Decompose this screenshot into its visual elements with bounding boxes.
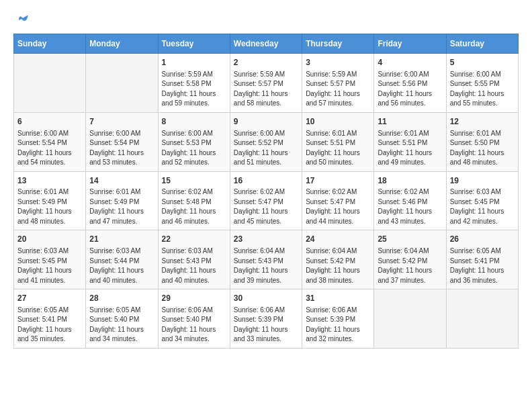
day-info: Sunrise: 6:05 AM Sunset: 5:40 PM Dayligh… bbox=[89, 306, 154, 345]
day-info: Sunrise: 6:02 AM Sunset: 5:47 PM Dayligh… bbox=[306, 187, 370, 226]
day-number: 4 bbox=[378, 57, 442, 68]
day-info: Sunrise: 6:06 AM Sunset: 5:39 PM Dayligh… bbox=[306, 306, 370, 345]
calendar-cell: 29Sunrise: 6:06 AM Sunset: 5:40 PM Dayli… bbox=[158, 289, 230, 349]
logo bbox=[13, 13, 30, 27]
day-info: Sunrise: 6:06 AM Sunset: 5:40 PM Dayligh… bbox=[162, 306, 226, 345]
day-info: Sunrise: 5:59 AM Sunset: 5:58 PM Dayligh… bbox=[162, 70, 226, 109]
logo-bird-icon bbox=[16, 13, 30, 27]
day-info: Sunrise: 6:01 AM Sunset: 5:49 PM Dayligh… bbox=[89, 187, 154, 226]
day-info: Sunrise: 6:02 AM Sunset: 5:48 PM Dayligh… bbox=[162, 187, 226, 226]
day-number: 30 bbox=[234, 293, 298, 304]
calendar-cell: 28Sunrise: 6:05 AM Sunset: 5:40 PM Dayli… bbox=[86, 289, 158, 349]
calendar-cell: 4Sunrise: 6:00 AM Sunset: 5:56 PM Daylig… bbox=[374, 54, 446, 113]
calendar-cell: 21Sunrise: 6:03 AM Sunset: 5:44 PM Dayli… bbox=[86, 230, 158, 289]
day-number: 1 bbox=[162, 57, 226, 68]
calendar-cell bbox=[374, 289, 446, 349]
calendar-cell: 12Sunrise: 6:01 AM Sunset: 5:50 PM Dayli… bbox=[446, 112, 518, 171]
day-number: 29 bbox=[162, 293, 226, 304]
day-info: Sunrise: 6:03 AM Sunset: 5:43 PM Dayligh… bbox=[162, 246, 226, 285]
weekday-header: Friday bbox=[374, 34, 446, 54]
calendar-cell: 19Sunrise: 6:03 AM Sunset: 5:45 PM Dayli… bbox=[446, 171, 518, 230]
day-info: Sunrise: 6:00 AM Sunset: 5:53 PM Dayligh… bbox=[162, 129, 226, 168]
day-number: 31 bbox=[306, 293, 370, 304]
calendar-cell: 5Sunrise: 6:00 AM Sunset: 5:55 PM Daylig… bbox=[446, 54, 518, 113]
calendar-cell: 30Sunrise: 6:06 AM Sunset: 5:39 PM Dayli… bbox=[230, 289, 302, 349]
calendar-week-row: 13Sunrise: 6:01 AM Sunset: 5:49 PM Dayli… bbox=[14, 171, 519, 230]
day-number: 20 bbox=[17, 234, 82, 245]
calendar-cell: 25Sunrise: 6:04 AM Sunset: 5:42 PM Dayli… bbox=[374, 230, 446, 289]
day-number: 8 bbox=[162, 116, 226, 128]
calendar-cell: 20Sunrise: 6:03 AM Sunset: 5:45 PM Dayli… bbox=[14, 230, 86, 289]
calendar-cell: 14Sunrise: 6:01 AM Sunset: 5:49 PM Dayli… bbox=[86, 171, 158, 230]
calendar-cell: 16Sunrise: 6:02 AM Sunset: 5:47 PM Dayli… bbox=[230, 171, 302, 230]
day-number: 28 bbox=[89, 293, 154, 304]
calendar-week-row: 27Sunrise: 6:05 AM Sunset: 5:41 PM Dayli… bbox=[14, 289, 519, 349]
calendar-cell: 8Sunrise: 6:00 AM Sunset: 5:53 PM Daylig… bbox=[158, 112, 230, 171]
day-info: Sunrise: 6:04 AM Sunset: 5:42 PM Dayligh… bbox=[306, 246, 370, 285]
day-info: Sunrise: 6:03 AM Sunset: 5:44 PM Dayligh… bbox=[89, 246, 154, 285]
day-number: 9 bbox=[234, 116, 298, 128]
weekday-header: Sunday bbox=[14, 34, 86, 54]
calendar-week-row: 20Sunrise: 6:03 AM Sunset: 5:45 PM Dayli… bbox=[14, 230, 519, 289]
calendar-cell bbox=[446, 289, 518, 349]
day-info: Sunrise: 5:59 AM Sunset: 5:57 PM Dayligh… bbox=[234, 70, 298, 109]
page-header bbox=[13, 13, 519, 27]
day-number: 3 bbox=[306, 57, 370, 68]
day-number: 2 bbox=[234, 57, 298, 68]
calendar-cell: 1Sunrise: 5:59 AM Sunset: 5:58 PM Daylig… bbox=[158, 54, 230, 113]
day-number: 13 bbox=[17, 175, 82, 187]
day-number: 21 bbox=[89, 234, 154, 245]
day-info: Sunrise: 6:04 AM Sunset: 5:43 PM Dayligh… bbox=[234, 246, 298, 285]
calendar-table: SundayMondayTuesdayWednesdayThursdayFrid… bbox=[13, 34, 519, 349]
weekday-header: Thursday bbox=[302, 34, 374, 54]
day-number: 16 bbox=[234, 175, 298, 187]
day-number: 14 bbox=[89, 175, 154, 187]
calendar-cell: 17Sunrise: 6:02 AM Sunset: 5:47 PM Dayli… bbox=[302, 171, 374, 230]
calendar-cell: 3Sunrise: 5:59 AM Sunset: 5:57 PM Daylig… bbox=[302, 54, 374, 113]
weekday-header: Monday bbox=[86, 34, 158, 54]
day-number: 15 bbox=[162, 175, 226, 187]
day-info: Sunrise: 6:00 AM Sunset: 5:52 PM Dayligh… bbox=[234, 129, 298, 168]
calendar-cell: 18Sunrise: 6:02 AM Sunset: 5:46 PM Dayli… bbox=[374, 171, 446, 230]
weekday-header: Saturday bbox=[446, 34, 518, 54]
calendar-cell: 15Sunrise: 6:02 AM Sunset: 5:48 PM Dayli… bbox=[158, 171, 230, 230]
weekday-header: Tuesday bbox=[158, 34, 230, 54]
day-number: 24 bbox=[306, 234, 370, 245]
day-number: 19 bbox=[450, 175, 515, 187]
day-info: Sunrise: 6:00 AM Sunset: 5:54 PM Dayligh… bbox=[89, 129, 154, 168]
day-info: Sunrise: 6:03 AM Sunset: 5:45 PM Dayligh… bbox=[450, 187, 515, 226]
day-info: Sunrise: 6:05 AM Sunset: 5:41 PM Dayligh… bbox=[450, 246, 515, 285]
calendar-cell: 31Sunrise: 6:06 AM Sunset: 5:39 PM Dayli… bbox=[302, 289, 374, 349]
calendar-cell: 27Sunrise: 6:05 AM Sunset: 5:41 PM Dayli… bbox=[14, 289, 86, 349]
calendar-cell: 26Sunrise: 6:05 AM Sunset: 5:41 PM Dayli… bbox=[446, 230, 518, 289]
calendar-cell: 10Sunrise: 6:01 AM Sunset: 5:51 PM Dayli… bbox=[302, 112, 374, 171]
day-number: 5 bbox=[450, 57, 515, 68]
calendar-week-row: 6Sunrise: 6:00 AM Sunset: 5:54 PM Daylig… bbox=[14, 112, 519, 171]
day-info: Sunrise: 6:01 AM Sunset: 5:50 PM Dayligh… bbox=[450, 129, 515, 168]
day-info: Sunrise: 6:01 AM Sunset: 5:51 PM Dayligh… bbox=[306, 129, 370, 168]
calendar-cell: 2Sunrise: 5:59 AM Sunset: 5:57 PM Daylig… bbox=[230, 54, 302, 113]
calendar-cell: 13Sunrise: 6:01 AM Sunset: 5:49 PM Dayli… bbox=[14, 171, 86, 230]
calendar-cell: 7Sunrise: 6:00 AM Sunset: 5:54 PM Daylig… bbox=[86, 112, 158, 171]
day-info: Sunrise: 5:59 AM Sunset: 5:57 PM Dayligh… bbox=[306, 70, 370, 109]
day-number: 26 bbox=[450, 234, 515, 245]
calendar-cell bbox=[14, 54, 86, 113]
day-number: 11 bbox=[378, 116, 442, 128]
calendar-cell: 24Sunrise: 6:04 AM Sunset: 5:42 PM Dayli… bbox=[302, 230, 374, 289]
day-number: 27 bbox=[17, 293, 82, 304]
day-number: 18 bbox=[378, 175, 442, 187]
calendar-header-row: SundayMondayTuesdayWednesdayThursdayFrid… bbox=[14, 34, 519, 54]
calendar-cell: 9Sunrise: 6:00 AM Sunset: 5:52 PM Daylig… bbox=[230, 112, 302, 171]
day-number: 12 bbox=[450, 116, 515, 128]
day-number: 10 bbox=[306, 116, 370, 128]
day-info: Sunrise: 6:00 AM Sunset: 5:55 PM Dayligh… bbox=[450, 70, 515, 109]
day-number: 7 bbox=[89, 116, 154, 128]
day-number: 25 bbox=[378, 234, 442, 245]
day-info: Sunrise: 6:02 AM Sunset: 5:47 PM Dayligh… bbox=[234, 187, 298, 226]
day-info: Sunrise: 6:00 AM Sunset: 5:54 PM Dayligh… bbox=[17, 129, 82, 168]
day-info: Sunrise: 6:00 AM Sunset: 5:56 PM Dayligh… bbox=[378, 70, 442, 109]
day-number: 22 bbox=[162, 234, 226, 245]
day-info: Sunrise: 6:01 AM Sunset: 5:51 PM Dayligh… bbox=[378, 129, 442, 168]
calendar-week-row: 1Sunrise: 5:59 AM Sunset: 5:58 PM Daylig… bbox=[14, 54, 519, 113]
calendar-cell bbox=[86, 54, 158, 113]
